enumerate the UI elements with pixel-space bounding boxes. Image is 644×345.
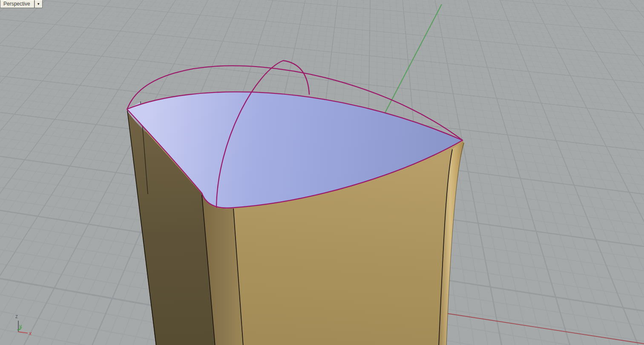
y-axis-label: y bbox=[19, 323, 22, 329]
x-axis-line bbox=[444, 313, 644, 344]
viewport-menu-button[interactable]: ▼ bbox=[34, 0, 43, 8]
x-axis-gizmo-line bbox=[18, 332, 28, 333]
viewport-tab: Perspective ▼ bbox=[0, 0, 43, 8]
solid-polysurface[interactable] bbox=[127, 92, 464, 345]
dropdown-caret-icon: ▼ bbox=[37, 0, 40, 8]
rhino-perspective-viewport[interactable]: Perspective ▼ z y x bbox=[0, 0, 644, 345]
axis-gizmo: z y x bbox=[12, 310, 42, 343]
y-axis-line bbox=[384, 4, 442, 115]
viewport-title[interactable]: Perspective bbox=[0, 0, 34, 8]
z-axis-label: z bbox=[15, 313, 18, 319]
scene-canvas bbox=[0, 0, 644, 345]
x-axis-label: x bbox=[29, 331, 32, 336]
